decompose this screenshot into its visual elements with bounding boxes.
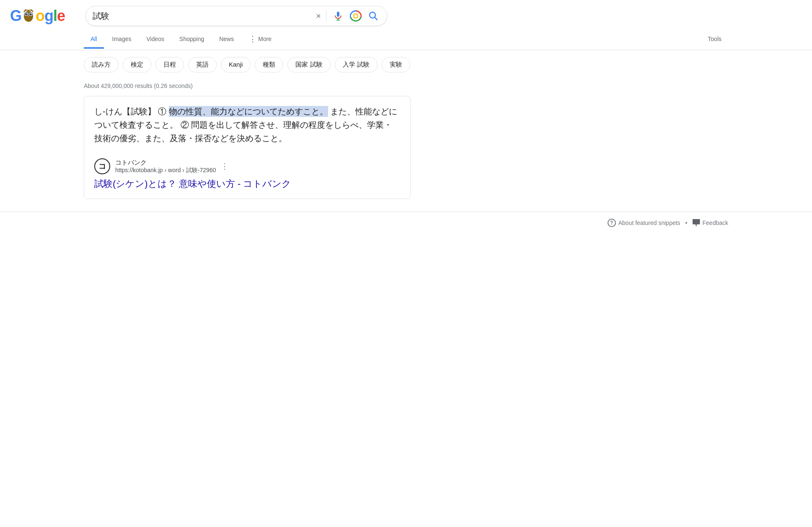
source-row: コ コトバンク https://kotobank.jp › word › 試験-… bbox=[94, 152, 400, 174]
svg-rect-8 bbox=[337, 12, 339, 17]
tab-all[interactable]: All bbox=[84, 31, 104, 49]
dot-separator: • bbox=[685, 220, 688, 226]
clear-button[interactable]: × bbox=[316, 11, 321, 21]
google-logo[interactable]: G o g l e bbox=[10, 7, 65, 25]
chips-row: 読み方 検定 日程 英語 Kanji 種類 国家 試験 入学 試験 実験 bbox=[0, 50, 812, 79]
featured-snippet: し‐けん【試験】 ① 物の性質、能力などについてためすこと。 また、性能などにつ… bbox=[84, 96, 411, 199]
lens-icon bbox=[350, 10, 362, 22]
chip-4[interactable]: Kanji bbox=[221, 57, 251, 72]
tab-shopping[interactable]: Shopping bbox=[173, 31, 211, 49]
source-favicon: コ bbox=[94, 158, 110, 174]
search-submit-button[interactable] bbox=[367, 9, 380, 23]
feedback-label: Feedback bbox=[703, 220, 728, 226]
results-area: About 429,000,000 results (0.26 seconds)… bbox=[0, 79, 812, 199]
svg-rect-11 bbox=[350, 10, 362, 22]
chip-7[interactable]: 入学 試験 bbox=[335, 57, 378, 72]
svg-point-12 bbox=[354, 14, 358, 18]
result-options-button[interactable]: ⋮ bbox=[221, 162, 228, 171]
about-snippets-item[interactable]: ? About featured snippets bbox=[608, 219, 680, 227]
svg-point-5 bbox=[26, 13, 27, 14]
chip-3[interactable]: 英語 bbox=[188, 57, 217, 72]
about-snippets-label: About featured snippets bbox=[618, 220, 680, 226]
more-dots-icon: ⋮ bbox=[249, 34, 256, 44]
chip-2[interactable]: 日程 bbox=[155, 57, 184, 72]
snippet-text: し‐けん【試験】 ① 物の性質、能力などについてためすこと。 また、性能などにつ… bbox=[94, 105, 400, 145]
help-circle-icon: ? bbox=[608, 219, 616, 227]
result-link[interactable]: 試験(シケン)とは？ 意味や使い方 - コトバンク bbox=[94, 178, 400, 190]
feedback-icon bbox=[693, 219, 700, 227]
logo-letter-e: e bbox=[57, 7, 65, 25]
search-input[interactable]: 試験 bbox=[93, 11, 313, 21]
tab-videos[interactable]: Videos bbox=[140, 31, 171, 49]
results-count: About 429,000,000 results (0.26 seconds) bbox=[84, 79, 728, 96]
logo-letter-G: G bbox=[10, 7, 21, 25]
chip-1[interactable]: 検定 bbox=[123, 57, 151, 72]
logo-owl-icon bbox=[21, 7, 36, 23]
svg-line-14 bbox=[375, 18, 378, 20]
logo-area: G o g l e bbox=[10, 7, 77, 25]
snippet-text-before: し‐けん【試験】 ① bbox=[94, 107, 169, 116]
snippet-highlight: 物の性質、能力などについてためすこと。 bbox=[169, 106, 328, 117]
tab-images[interactable]: Images bbox=[106, 31, 138, 49]
chip-0[interactable]: 読み方 bbox=[84, 57, 119, 72]
svg-point-4 bbox=[29, 13, 32, 16]
logo-letter-l: l bbox=[53, 7, 57, 25]
nav-tabs: All Images Videos Shopping News ⋮ More T… bbox=[0, 29, 812, 50]
svg-point-6 bbox=[31, 13, 31, 14]
chip-8[interactable]: 実験 bbox=[382, 57, 410, 72]
source-name: コトバンク bbox=[115, 159, 216, 167]
logo-letter-g: g bbox=[44, 7, 53, 25]
chip-5[interactable]: 種類 bbox=[255, 57, 283, 72]
search-divider bbox=[326, 10, 326, 22]
chip-6[interactable]: 国家 試験 bbox=[287, 57, 330, 72]
svg-point-3 bbox=[25, 13, 28, 16]
source-info: コトバンク https://kotobank.jp › word › 試験-72… bbox=[115, 159, 216, 174]
lens-search-button[interactable] bbox=[348, 8, 363, 23]
logo-letter-o2: o bbox=[36, 7, 44, 25]
tab-tools[interactable]: Tools bbox=[701, 31, 728, 49]
header: G o g l e 試験 × bbox=[0, 0, 812, 26]
voice-search-button[interactable] bbox=[331, 9, 345, 23]
bottom-bar: ? About featured snippets • Feedback bbox=[0, 212, 812, 234]
search-icon bbox=[368, 11, 378, 21]
source-url: https://kotobank.jp › word › 試験-72960 bbox=[115, 167, 216, 174]
microphone-icon bbox=[333, 11, 343, 21]
search-bar: 試験 × bbox=[85, 6, 387, 26]
feedback-item[interactable]: Feedback bbox=[693, 219, 728, 227]
tab-more[interactable]: ⋮ More bbox=[242, 29, 278, 50]
tab-news[interactable]: News bbox=[212, 31, 240, 49]
